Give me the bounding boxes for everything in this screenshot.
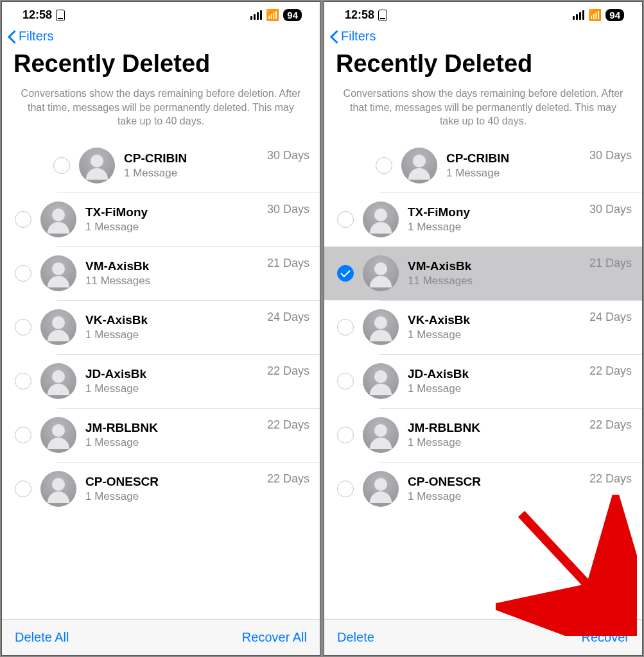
status-time: 12:58 [345, 8, 374, 22]
chevron-left-icon [7, 28, 16, 44]
sim-icon [56, 10, 65, 21]
back-button[interactable]: Filters [2, 23, 320, 46]
page-subtitle: Conversations show the days remaining be… [2, 87, 320, 139]
message-count: 1 Message [85, 490, 262, 503]
avatar-icon [40, 471, 76, 507]
chevron-left-icon [329, 28, 338, 44]
delete-all-button[interactable]: Delete All [15, 630, 69, 645]
row-text: JM-RBLBNK1 Message [85, 421, 262, 449]
avatar-icon [40, 363, 76, 399]
bottom-toolbar: Delete All Recover All [2, 619, 320, 655]
avatar-icon [79, 148, 115, 183]
row-text: CP-ONESCR1 Message [408, 475, 584, 503]
delete-button[interactable]: Delete [337, 630, 374, 645]
screenshot-right: 12:58 📶 94 Filters Recently Deleted Conv… [324, 1, 643, 656]
conversation-name: VK-AxisBk [408, 313, 584, 327]
days-remaining: 30 Days [589, 201, 632, 216]
wifi-icon: 📶 [266, 8, 279, 22]
message-count: 11 Messages [85, 275, 262, 287]
conversation-row[interactable]: TX-FiMony1 Message30 Days [2, 192, 320, 246]
select-checkbox[interactable] [337, 427, 354, 443]
conversation-name: TX-FiMony [85, 205, 262, 219]
status-time: 12:58 [22, 8, 52, 22]
conversation-row[interactable]: JM-RBLBNK1 Message22 Days [2, 408, 320, 462]
select-checkbox[interactable] [15, 211, 31, 228]
row-text: TX-FiMony1 Message [85, 205, 262, 234]
days-remaining: 24 Days [267, 309, 309, 324]
battery-level: 94 [283, 9, 302, 21]
back-label: Filters [341, 29, 376, 44]
select-checkbox[interactable] [53, 157, 70, 174]
select-checkbox[interactable] [15, 319, 31, 336]
select-checkbox[interactable] [376, 157, 392, 174]
conversation-list: CP-CRIBIN1 Message30 DaysTX-FiMony1 Mess… [2, 139, 320, 619]
row-text: JM-RBLBNK1 Message [408, 421, 584, 449]
battery-level: 94 [605, 9, 624, 21]
conversation-row[interactable]: VM-AxisBk11 Messages21 Days [324, 246, 642, 300]
row-text: CP-CRIBIN1 Message [124, 151, 262, 180]
page-title: Recently Deleted [2, 46, 320, 87]
conversation-row[interactable]: JD-AxisBk1 Message22 Days [2, 354, 320, 408]
page-title: Recently Deleted [324, 46, 642, 87]
avatar-icon [363, 471, 399, 507]
conversation-row[interactable]: CP-CRIBIN1 Message30 Days [376, 139, 642, 192]
avatar-icon [363, 417, 399, 453]
status-bar: 12:58 📶 94 [324, 2, 642, 23]
select-checkbox[interactable] [337, 481, 354, 497]
conversation-row[interactable]: TX-FiMony1 Message30 Days [324, 192, 642, 246]
days-remaining: 30 Days [267, 201, 309, 216]
select-checkbox[interactable] [337, 373, 354, 389]
conversation-name: TX-FiMony [408, 205, 584, 219]
select-checkbox[interactable] [15, 427, 31, 443]
cellular-icon [250, 10, 262, 20]
message-count: 11 Messages [408, 275, 584, 287]
conversation-name: JD-AxisBk [85, 367, 262, 381]
avatar-icon [401, 148, 437, 183]
row-text: CP-ONESCR1 Message [85, 475, 262, 503]
sim-icon [378, 10, 387, 21]
select-checkbox[interactable] [337, 265, 354, 282]
screenshot-left: 12:58 📶 94 Filters Recently Deleted Conv… [1, 1, 320, 656]
select-checkbox[interactable] [15, 481, 31, 497]
days-remaining: 22 Days [589, 363, 632, 378]
days-remaining: 24 Days [589, 309, 632, 324]
message-count: 1 Message [408, 490, 584, 503]
conversation-name: VM-AxisBk [408, 259, 584, 273]
conversation-name: CP-ONESCR [408, 475, 584, 489]
conversation-row[interactable]: CP-ONESCR1 Message22 Days [324, 462, 642, 516]
avatar-icon [363, 201, 399, 237]
conversation-name: JM-RBLBNK [85, 421, 262, 435]
conversation-row[interactable]: CP-CRIBIN1 Message30 Days [53, 139, 320, 192]
conversation-name: CP-CRIBIN [124, 151, 262, 166]
conversation-row[interactable]: VK-AxisBk1 Message24 Days [2, 300, 320, 354]
avatar-icon [40, 201, 76, 237]
conversation-row[interactable]: CP-ONESCR1 Message22 Days [2, 462, 320, 516]
message-count: 1 Message [408, 382, 584, 395]
select-checkbox[interactable] [15, 265, 31, 282]
row-text: JD-AxisBk1 Message [85, 367, 262, 395]
recover-button[interactable]: Recover [582, 630, 629, 645]
avatar-icon [40, 255, 76, 291]
message-count: 1 Message [408, 436, 584, 449]
recover-all-button[interactable]: Recover All [242, 630, 307, 645]
message-count: 1 Message [408, 328, 584, 341]
back-button[interactable]: Filters [324, 23, 642, 46]
conversation-row[interactable]: VK-AxisBk1 Message24 Days [324, 300, 642, 354]
select-checkbox[interactable] [337, 319, 354, 336]
message-count: 1 Message [85, 382, 262, 395]
wifi-icon: 📶 [588, 8, 602, 22]
select-checkbox[interactable] [337, 211, 354, 228]
avatar-icon [40, 417, 76, 453]
row-text: VM-AxisBk11 Messages [85, 259, 262, 287]
avatar-icon [363, 255, 399, 291]
conversation-name: JD-AxisBk [408, 367, 584, 381]
conversation-row[interactable]: JM-RBLBNK1 Message22 Days [324, 408, 642, 462]
conversation-name: CP-ONESCR [85, 475, 262, 489]
select-checkbox[interactable] [15, 373, 31, 389]
row-text: JD-AxisBk1 Message [408, 367, 584, 395]
conversation-row[interactable]: JD-AxisBk1 Message22 Days [324, 354, 642, 408]
days-remaining: 22 Days [589, 417, 632, 432]
status-bar: 12:58 📶 94 [2, 2, 320, 23]
bottom-toolbar: Delete Recover [324, 619, 642, 655]
conversation-row[interactable]: VM-AxisBk11 Messages21 Days [2, 246, 320, 300]
